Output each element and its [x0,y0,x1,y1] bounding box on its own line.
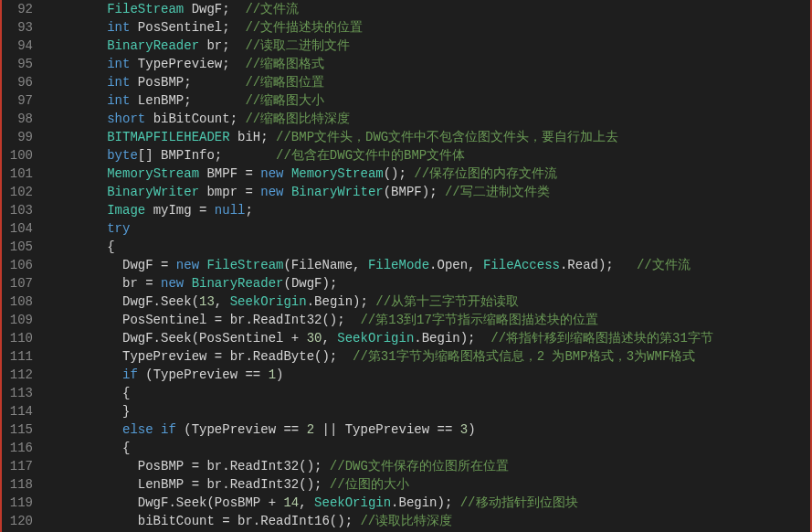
code-line[interactable]: int PosBMP; //缩略图位置 [46,73,810,91]
code-line[interactable]: FileStream DwgF; //文件流 [46,0,810,18]
code-line[interactable]: biBitCount = br.ReadInt16(); //读取比特深度 [46,512,810,530]
line-number: 100 [5,146,33,165]
code-line[interactable]: MemoryStream BMPF = new MemoryStream(); … [46,165,810,183]
line-number: 110 [5,329,33,347]
code-line[interactable]: int PosSentinel; //文件描述块的位置 [46,18,810,37]
code-line[interactable]: DwgF.Seek(PosSentinel + 30, SeekOrigin.B… [46,329,810,347]
code-line[interactable]: BITMAPFILEHEADER biH; //BMP文件头，DWG文件中不包含… [46,128,810,146]
code-line[interactable]: byte[] BMPInfo; //包含在DWG文件中的BMP文件体 [46,146,810,165]
line-number: 112 [5,366,33,384]
line-number: 92 [5,0,33,18]
line-number: 113 [5,384,33,402]
line-number: 109 [5,311,33,329]
line-number: 97 [5,91,33,110]
line-number: 104 [5,219,33,238]
code-line[interactable]: try [46,219,810,238]
line-number: 120 [5,512,33,530]
code-line[interactable]: int TypePreview; //缩略图格式 [46,55,810,73]
code-line[interactable]: LenBMP = br.ReadInt32(); //位图的大小 [46,475,810,494]
code-line[interactable]: PosBMP = br.ReadInt32(); //DWG文件保存的位图所在位… [46,457,810,475]
line-number: 118 [5,475,33,494]
line-number: 102 [5,183,33,201]
code-line[interactable]: PosSentinel = br.ReadInt32(); //第13到17字节… [46,311,810,329]
code-line[interactable]: { [46,238,810,256]
line-number: 99 [5,128,33,146]
line-number: 115 [5,420,33,439]
line-number: 107 [5,274,33,293]
code-line[interactable]: int LenBMP; //缩略图大小 [46,91,810,110]
line-number: 105 [5,238,33,256]
code-line[interactable]: BinaryWriter bmpr = new BinaryWriter(BMP… [46,183,810,201]
code-line[interactable]: { [46,384,810,402]
line-number: 93 [5,18,33,37]
code-line[interactable]: DwgF.Seek(13, SeekOrigin.Begin); //从第十三字… [46,293,810,311]
code-line[interactable]: TypePreview = br.ReadByte(); //第31字节为缩略图… [46,347,810,366]
code-line[interactable]: br = new BinaryReader(DwgF); [46,274,810,293]
code-line[interactable]: DwgF.Seek(PosBMP + 14, SeekOrigin.Begin)… [46,494,810,512]
code-line[interactable]: } [46,402,810,420]
line-number: 101 [5,165,33,183]
line-number: 106 [5,256,33,274]
code-line[interactable]: short biBitCount; //缩略图比特深度 [46,110,810,128]
code-content-area[interactable]: FileStream DwgF; //文件流 int PosSentinel; … [42,0,810,532]
line-number: 108 [5,293,33,311]
line-number: 96 [5,73,33,91]
line-number: 116 [5,439,33,457]
line-number: 103 [5,201,33,219]
code-editor[interactable]: 9293949596979899100101102103104105106107… [0,0,812,532]
line-number: 117 [5,457,33,475]
line-number: 94 [5,37,33,55]
line-number: 98 [5,110,33,128]
code-line[interactable]: Image myImg = null; [46,201,810,219]
code-line[interactable]: else if (TypePreview == 2 || TypePreview… [46,420,810,439]
line-number: 114 [5,402,33,420]
code-line[interactable]: if (TypePreview == 1) [46,366,810,384]
code-line[interactable]: { [46,439,810,457]
code-line[interactable]: DwgF = new FileStream(FileName, FileMode… [46,256,810,274]
line-number: 111 [5,347,33,366]
line-number: 119 [5,494,33,512]
line-number-gutter: 9293949596979899100101102103104105106107… [2,0,42,532]
line-number: 95 [5,55,33,73]
code-line[interactable]: BinaryReader br; //读取二进制文件 [46,37,810,55]
